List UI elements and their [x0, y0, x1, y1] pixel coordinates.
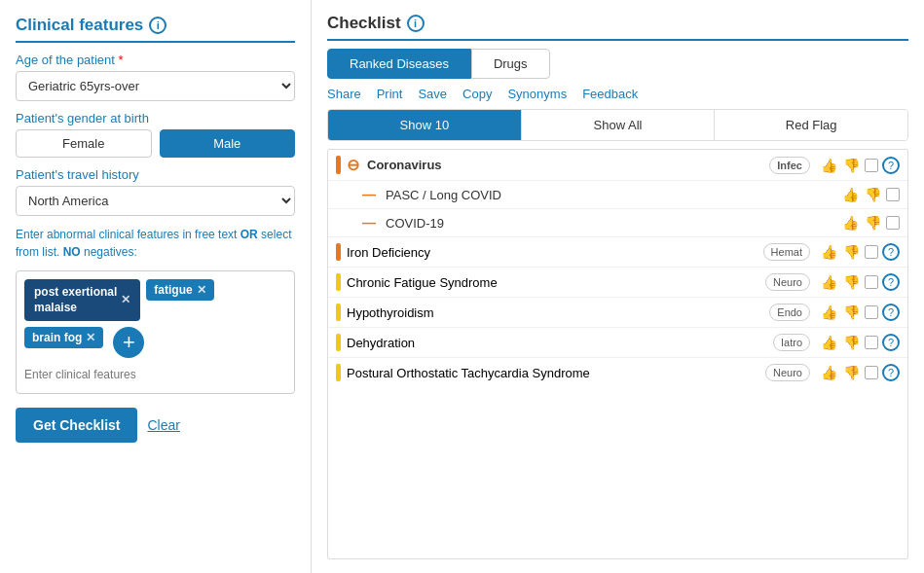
table-row: Hypothyroidism Endo 👍 👎 ?	[328, 298, 907, 328]
tab-ranked-diseases[interactable]: Ranked Diseases	[327, 49, 471, 79]
collapse-icon[interactable]: ⊖	[347, 156, 359, 174]
main-tabs: Ranked Diseases Drugs	[327, 49, 908, 79]
priority-bar	[336, 243, 341, 261]
thumbs-down-icon[interactable]: 👎	[842, 244, 861, 260]
female-button[interactable]: Female	[16, 129, 152, 158]
action-icons: 👍 👎 ?	[820, 334, 900, 351]
age-dropdown[interactable]: Geriatric 65yrs-over Pediatric 0-12yrs A…	[16, 71, 295, 101]
disease-name-covid19: COVID-19	[386, 216, 832, 231]
disease-group-coronavirus: ⊖ Coronavirus Infec 👍 👎 ? — PASC / Long …	[328, 150, 907, 237]
disease-list: ⊖ Coronavirus Infec 👍 👎 ? — PASC / Long …	[327, 149, 908, 559]
tab-drugs[interactable]: Drugs	[471, 49, 550, 79]
disease-name-dehydration: Dehydration	[347, 336, 767, 350]
help-icon[interactable]: ?	[882, 334, 900, 351]
priority-bar-empty	[351, 187, 356, 202]
badge-infec: Infec	[769, 157, 810, 174]
priority-bar	[336, 364, 341, 381]
disease-name-iron-deficiency: Iron Deficiency	[347, 245, 758, 260]
thumbs-up-icon[interactable]: 👍	[820, 244, 838, 260]
thumbs-up-icon[interactable]: 👍	[841, 215, 860, 231]
table-row: Postural Orthostatic Tachycardia Syndrom…	[328, 358, 907, 387]
gender-field-group: Patient's gender at birth Female Male	[16, 111, 295, 158]
get-checklist-button[interactable]: Get Checklist	[16, 408, 137, 443]
action-icons: 👍 👎 ?	[820, 364, 900, 381]
action-row: Share Print Save Copy Synonyms Feedback	[327, 87, 908, 101]
checkbox-icon[interactable]	[865, 305, 878, 319]
priority-bar	[336, 273, 341, 291]
action-icons: 👍 👎 ?	[820, 304, 900, 321]
thumbs-up-icon[interactable]: 👍	[820, 335, 838, 350]
badge-iatro: Iatro	[773, 334, 810, 351]
feedback-link[interactable]: Feedback	[582, 87, 638, 101]
help-icon[interactable]: ?	[882, 273, 900, 291]
synonyms-link[interactable]: Synonyms	[507, 87, 567, 101]
thumbs-up-icon[interactable]: 👍	[820, 158, 838, 173]
table-row: Dehydration Iatro 👍 👎 ?	[328, 328, 907, 358]
badge-hemat: Hemat	[763, 243, 810, 261]
checkbox-icon[interactable]	[865, 336, 878, 349]
thumbs-down-icon[interactable]: 👎	[864, 187, 882, 202]
dash-icon: —	[362, 187, 376, 202]
save-link[interactable]: Save	[418, 87, 447, 101]
share-link[interactable]: Share	[327, 87, 361, 101]
gender-buttons: Female Male	[16, 129, 295, 158]
checkbox-icon[interactable]	[865, 245, 878, 259]
filter-red-flag[interactable]: Red Flag	[715, 110, 907, 140]
priority-bar	[336, 304, 341, 321]
action-icons: 👍 👎 ?	[820, 243, 900, 261]
add-tag-button[interactable]: +	[113, 327, 144, 358]
remove-brain-fog[interactable]: ✕	[86, 331, 95, 344]
badge-neuro-pots: Neuro	[765, 364, 810, 381]
tag-fatigue: fatigue ✕	[146, 279, 213, 301]
help-icon[interactable]: ?	[882, 304, 900, 321]
checklist-info-icon[interactable]: i	[407, 15, 425, 32]
thumbs-up-icon[interactable]: 👍	[820, 304, 838, 320]
thumbs-down-icon[interactable]: 👎	[842, 304, 861, 320]
tags-container: post exertionalmalaise ✕ fatigue ✕ brain…	[16, 270, 295, 394]
action-icons: 👍 👎	[841, 187, 900, 202]
table-row: — PASC / Long COVID 👍 👎	[328, 181, 907, 209]
help-icon[interactable]: ?	[882, 243, 900, 261]
thumbs-up-icon[interactable]: 👍	[820, 365, 838, 380]
clear-button[interactable]: Clear	[147, 417, 179, 433]
required-star: *	[119, 53, 124, 67]
thumbs-down-icon[interactable]: 👎	[842, 335, 861, 350]
help-icon[interactable]: ?	[882, 364, 900, 381]
filter-show-all[interactable]: Show All	[522, 110, 716, 140]
checkbox-icon[interactable]	[865, 366, 878, 379]
remove-post-exertional-malaise[interactable]: ✕	[121, 293, 130, 308]
travel-dropdown[interactable]: North America Europe Asia Africa South A…	[16, 186, 295, 216]
thumbs-down-icon[interactable]: 👎	[842, 365, 861, 380]
checklist-title: Checklist i	[327, 14, 908, 41]
clinical-features-input[interactable]	[24, 364, 286, 385]
checkbox-icon[interactable]	[865, 159, 878, 172]
checklist-title-label: Checklist	[327, 14, 401, 33]
tag-brain-fog: brain fog ✕	[24, 327, 103, 348]
clinical-features-info-icon[interactable]: i	[149, 17, 166, 34]
filter-show10[interactable]: Show 10	[328, 110, 522, 140]
thumbs-up-icon[interactable]: 👍	[841, 187, 860, 202]
thumbs-down-icon[interactable]: 👎	[864, 215, 882, 231]
copy-link[interactable]: Copy	[462, 87, 492, 101]
checkbox-icon[interactable]	[865, 275, 878, 289]
priority-bar	[336, 156, 341, 174]
thumbs-down-icon[interactable]: 👎	[842, 158, 861, 173]
checkbox-icon[interactable]	[886, 188, 900, 201]
bottom-actions: Get Checklist Clear	[16, 408, 295, 443]
table-row: ⊖ Coronavirus Infec 👍 👎 ?	[328, 150, 907, 181]
disease-name-pots: Postural Orthostatic Tachycardia Syndrom…	[347, 366, 759, 380]
action-icons: 👍 👎 ?	[820, 273, 900, 291]
help-icon[interactable]: ?	[882, 157, 900, 174]
dash-icon: —	[362, 215, 376, 231]
thumbs-down-icon[interactable]: 👎	[842, 274, 861, 290]
male-button[interactable]: Male	[160, 129, 296, 158]
thumbs-up-icon[interactable]: 👍	[820, 274, 838, 290]
print-link[interactable]: Print	[377, 87, 403, 101]
age-label: Age of the patient *	[16, 53, 295, 67]
table-row: Iron Deficiency Hemat 👍 👎 ?	[328, 237, 907, 268]
clinical-features-label: Clinical features	[16, 16, 143, 35]
remove-fatigue[interactable]: ✕	[197, 283, 206, 297]
priority-bar-empty	[351, 215, 356, 231]
checkbox-icon[interactable]	[886, 216, 900, 230]
table-row: Chronic Fatigue Syndrome Neuro 👍 👎 ?	[328, 268, 907, 298]
